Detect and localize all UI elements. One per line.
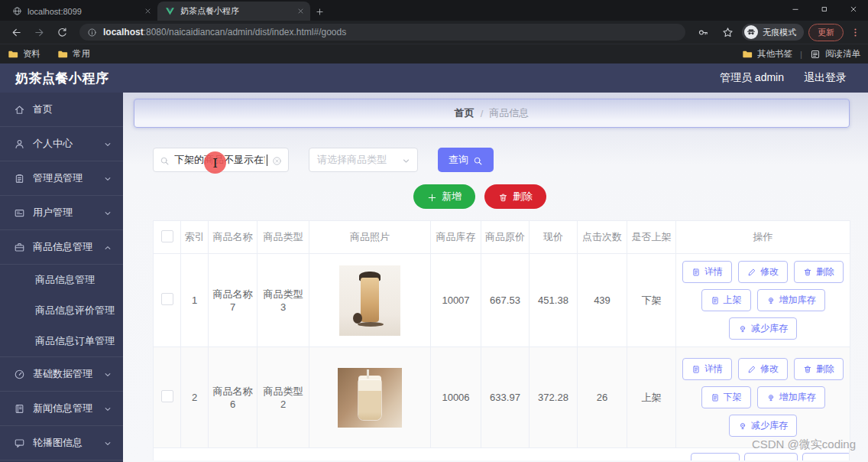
op-button-stock-plus[interactable]: 增加库存 <box>757 386 825 408</box>
column-header: 商品照片 <box>309 221 431 254</box>
chat-icon <box>14 438 25 449</box>
search-row: 下架的商品不显示在前台 请选择商品类型 查询 <box>153 148 850 172</box>
other-bookmarks[interactable]: 其他书签 <box>742 48 792 60</box>
browser-tab[interactable]: localhost:8099 <box>5 2 157 21</box>
bookmark-folders: 资料常用 <box>8 48 107 60</box>
op-button-edit[interactable]: 修改 <box>738 261 788 283</box>
folder-icon <box>742 49 753 60</box>
browser-tab[interactable]: 奶茶点餐小程序 <box>157 2 310 21</box>
expand-chevron <box>103 438 112 449</box>
sidebar-item[interactable]: 基础数据管理 <box>0 357 123 392</box>
sidebar-item-label: 管理员管理 <box>33 171 83 185</box>
op-button-stock-plus[interactable]: 增加库存 <box>757 289 825 311</box>
op-button-label: 增加库存 <box>779 391 816 404</box>
chevron-down-icon <box>103 439 112 448</box>
bookmark-star-icon[interactable] <box>717 22 737 42</box>
back-button[interactable] <box>6 22 26 42</box>
sidebar-item[interactable]: 轮播图信息 <box>0 426 123 460</box>
cell-current-price: 372.28 <box>530 347 578 448</box>
row-checkbox[interactable] <box>161 293 173 305</box>
expand-chevron <box>103 242 112 253</box>
op-button-label: 详情 <box>704 265 723 278</box>
op-button-stock-minus[interactable]: 减少库存 <box>729 415 797 437</box>
select-all-checkbox[interactable] <box>161 230 173 242</box>
sidebar-subitem[interactable]: 商品信息管理 <box>0 265 123 295</box>
reload-button[interactable] <box>52 22 72 42</box>
forward-button[interactable] <box>29 22 49 42</box>
sidebar-item[interactable]: 个人中心 <box>0 127 123 161</box>
op-button-label: 删除 <box>816 265 834 278</box>
browser-menu-icon[interactable] <box>848 24 862 41</box>
tab-title: 奶茶点餐小程序 <box>180 5 292 17</box>
password-key-icon[interactable] <box>693 22 713 42</box>
breadcrumb-home[interactable]: 首页 <box>455 106 474 120</box>
edit-icon <box>747 365 756 374</box>
add-button[interactable]: 新增 <box>413 184 475 209</box>
contact-icon <box>14 207 25 219</box>
partial-button <box>802 453 850 460</box>
breadcrumb: 首页 / 商品信息 <box>134 99 850 128</box>
plus-icon <box>427 193 437 203</box>
close-window-button[interactable] <box>839 0 868 18</box>
search-icon <box>160 156 170 166</box>
cell-original-price: 667.53 <box>481 254 530 347</box>
goods-table: 索引商品名称商品类型商品照片商品库存商品原价现价点击次数是否上架操作1商品名称7… <box>153 220 850 448</box>
op-button-stock-minus[interactable]: 减少库存 <box>729 317 797 340</box>
cell-clicks: 439 <box>578 254 627 347</box>
query-button[interactable]: 查询 <box>438 148 494 172</box>
keyword-search-input[interactable]: 下架的商品不显示在前台 <box>153 148 289 172</box>
cell-stock: 10006 <box>431 347 481 448</box>
op-button-edit[interactable]: 修改 <box>738 358 788 380</box>
op-button-label: 减少库存 <box>751 419 788 432</box>
delete-button[interactable]: 删除 <box>484 184 546 209</box>
globe-icon <box>12 6 22 16</box>
sidebar-submenu: 商品信息管理商品信息评价管理商品信息订单管理 <box>0 265 123 357</box>
op-button-document[interactable]: 详情 <box>682 358 732 380</box>
close-icon <box>297 8 304 15</box>
op-button-shelf[interactable]: 下架 <box>701 386 751 408</box>
stock-minus-icon <box>738 324 747 333</box>
bookmarks-right: 其他书签 | 阅读清单 <box>742 48 860 60</box>
reading-list[interactable]: 阅读清单 <box>810 48 860 60</box>
sidebar-item[interactable]: 新闻信息管理 <box>0 392 123 426</box>
bookmark-folder[interactable]: 资料 <box>8 48 40 60</box>
app-header: 奶茶点餐小程序 管理员 admin 退出登录 <box>0 63 868 93</box>
op-button-document[interactable]: 详情 <box>682 261 732 283</box>
op-button-trash[interactable]: 删除 <box>794 358 844 380</box>
clear-input-icon[interactable] <box>272 154 282 165</box>
op-button-trash[interactable]: 删除 <box>794 261 844 283</box>
column-header: 商品类型 <box>257 221 309 254</box>
sidebar-item[interactable]: 首页 <box>0 93 123 127</box>
cell-shelf-status: 下架 <box>627 254 676 347</box>
minimize-button[interactable] <box>781 0 810 18</box>
maximize-button[interactable] <box>810 0 839 18</box>
product-photo[interactable] <box>339 265 400 336</box>
address-bar[interactable]: localhost:8080/naicaidiancan/admin/dist/… <box>79 24 685 41</box>
product-photo[interactable] <box>338 368 402 428</box>
app-title: 奶茶点餐小程序 <box>15 70 109 87</box>
sidebar-item[interactable]: 管理员管理 <box>0 161 123 196</box>
op-button-shelf[interactable]: 上架 <box>701 289 751 311</box>
sidebar-item-label: 个人中心 <box>33 137 73 151</box>
new-tab-button[interactable] <box>310 2 329 21</box>
folder-icon <box>8 49 18 60</box>
folder-icon <box>57 49 68 60</box>
sidebar-subitem[interactable]: 商品信息评价管理 <box>0 295 123 326</box>
query-button-label: 查询 <box>449 153 468 167</box>
sidebar-subitem[interactable]: 商品信息订单管理 <box>0 326 123 356</box>
chevron-up-icon <box>103 243 112 252</box>
incognito-icon <box>747 28 756 37</box>
bookmark-folder[interactable]: 常用 <box>57 48 90 60</box>
expand-chevron <box>103 403 112 415</box>
chrome-update-button[interactable]: 更新 <box>808 24 844 41</box>
sidebar-item[interactable]: 商品信息管理 <box>0 230 123 265</box>
goods-type-select[interactable]: 请选择商品类型 <box>309 148 418 172</box>
sidebar-item[interactable]: 用户管理 <box>0 196 123 230</box>
site-info-icon[interactable] <box>87 27 97 37</box>
table-row: 2商品名称6商品类型210006633.97372.2826上架详情修改删除下架… <box>154 347 850 448</box>
logout-button[interactable]: 退出登录 <box>804 71 847 85</box>
row-checkbox[interactable] <box>161 390 173 402</box>
stock-plus-icon <box>766 393 776 402</box>
bookmarks-bar: 资料常用 其他书签 | 阅读清单 <box>0 44 868 63</box>
admin-user-label[interactable]: 管理员 admin <box>720 71 784 85</box>
